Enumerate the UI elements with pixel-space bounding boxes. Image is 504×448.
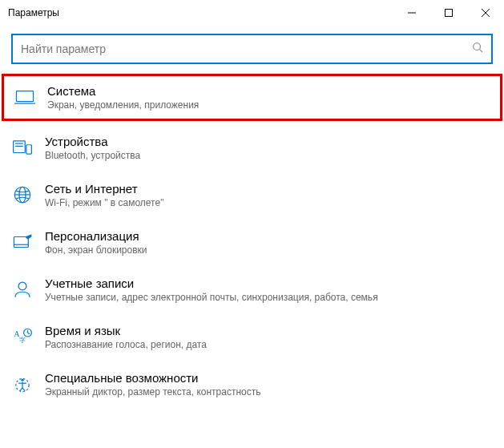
time-language-icon: A 字 bbox=[11, 325, 34, 348]
svg-point-24 bbox=[21, 379, 23, 381]
category-devices[interactable]: Устройства Bluetooth, устройства bbox=[0, 124, 504, 172]
category-texts: Учетные записи Учетные записи, адрес эле… bbox=[45, 276, 378, 303]
titlebar: Параметры bbox=[0, 0, 504, 26]
accessibility-icon bbox=[11, 373, 34, 395]
svg-line-27 bbox=[20, 388, 22, 391]
search-icon bbox=[472, 42, 483, 56]
category-desc: Экран, уведомления, приложения bbox=[47, 99, 199, 111]
svg-rect-8 bbox=[14, 141, 26, 153]
svg-line-5 bbox=[480, 50, 483, 53]
category-title: Устройства bbox=[45, 135, 140, 148]
window-controls bbox=[393, 0, 504, 26]
category-texts: Персонализация Фон, экран блокировки bbox=[45, 229, 147, 256]
accounts-icon bbox=[11, 278, 34, 301]
category-desc: Wi-Fi, режим " в самолете" bbox=[45, 197, 163, 208]
svg-rect-9 bbox=[26, 145, 32, 154]
search-container bbox=[0, 26, 504, 69]
category-accessibility[interactable]: Специальные возможности Экранный диктор,… bbox=[0, 361, 504, 408]
personalization-icon bbox=[11, 231, 34, 253]
category-title: Время и язык bbox=[45, 324, 207, 337]
svg-line-22 bbox=[28, 333, 30, 334]
category-texts: Сеть и Интернет Wi-Fi, режим " в самолет… bbox=[45, 182, 163, 208]
svg-point-17 bbox=[18, 282, 26, 290]
category-desc: Фон, экран блокировки bbox=[45, 244, 147, 256]
svg-text:字: 字 bbox=[19, 337, 26, 344]
category-accounts[interactable]: Учетные записи Учетные записи, адрес эле… bbox=[0, 266, 504, 313]
category-title: Учетные записи bbox=[45, 276, 378, 290]
svg-rect-6 bbox=[16, 91, 33, 102]
svg-rect-1 bbox=[446, 10, 453, 17]
devices-icon bbox=[11, 136, 34, 159]
category-title: Специальные возможности bbox=[45, 371, 260, 385]
category-desc: Bluetooth, устройства bbox=[45, 150, 140, 161]
svg-line-28 bbox=[22, 388, 25, 391]
settings-list: Система Экран, уведомления, приложения У… bbox=[0, 69, 504, 408]
system-icon bbox=[14, 86, 36, 108]
window-title: Параметры bbox=[8, 7, 393, 18]
category-desc: Экранный диктор, размер текста, контраст… bbox=[45, 386, 260, 398]
category-title: Система bbox=[47, 84, 199, 98]
search-input[interactable] bbox=[21, 42, 472, 55]
category-texts: Специальные возможности Экранный диктор,… bbox=[45, 371, 260, 398]
category-system[interactable]: Система Экран, уведомления, приложения bbox=[2, 74, 502, 121]
category-texts: Система Экран, уведомления, приложения bbox=[47, 84, 199, 111]
category-desc: Распознавание голоса, регион, дата bbox=[45, 339, 207, 350]
category-texts: Время и язык Распознавание голоса, регио… bbox=[45, 324, 207, 350]
svg-point-4 bbox=[474, 43, 481, 50]
maximize-button[interactable] bbox=[430, 0, 467, 26]
category-personalization[interactable]: Персонализация Фон, экран блокировки bbox=[0, 219, 504, 266]
category-time-language[interactable]: A 字 Время и язык Распознавание голоса, р… bbox=[0, 313, 504, 361]
globe-icon bbox=[11, 184, 34, 206]
category-title: Сеть и Интернет bbox=[45, 182, 163, 196]
category-title: Персонализация bbox=[45, 229, 147, 243]
category-network[interactable]: Сеть и Интернет Wi-Fi, режим " в самолет… bbox=[0, 172, 504, 219]
category-texts: Устройства Bluetooth, устройства bbox=[45, 135, 140, 161]
close-button[interactable] bbox=[467, 0, 504, 26]
minimize-button[interactable] bbox=[393, 0, 430, 26]
svg-rect-15 bbox=[14, 237, 28, 248]
search-box[interactable] bbox=[11, 34, 493, 64]
category-desc: Учетные записи, адрес электронной почты,… bbox=[45, 292, 378, 303]
